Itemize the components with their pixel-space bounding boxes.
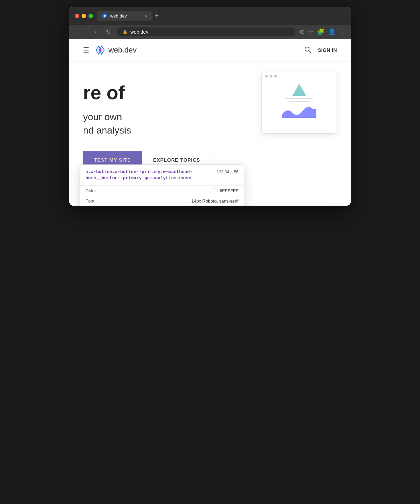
header-left: ☰ web.dev (83, 45, 137, 56)
tab-close-button[interactable]: × (144, 13, 147, 19)
hamburger-menu-button[interactable]: ☰ (83, 46, 89, 54)
page-content: ☰ web.dev SIGN IN (69, 39, 351, 206)
minimize-button[interactable] (82, 14, 86, 18)
inspector-dimensions: 133.34 × 56 (217, 169, 238, 174)
hero-area: re of your own nd analysis TEST MY SITE … (69, 61, 351, 206)
header-right: SIGN IN (304, 46, 337, 55)
color-label: Color (85, 188, 96, 193)
tab-bar: web.dev × + (97, 11, 345, 21)
site-logo[interactable]: web.dev (95, 45, 137, 56)
maximize-button[interactable] (89, 14, 93, 18)
webdev-logo-icon (95, 45, 106, 56)
tab-favicon-icon (102, 13, 107, 19)
zoom-button[interactable]: ⊕ (300, 28, 305, 36)
sign-in-button[interactable]: SIGN IN (318, 47, 337, 53)
hero-subheading: your own nd analysis (83, 110, 337, 137)
browser-actions: ⊕ ☆ 🧩 👤 ⋮ (300, 28, 345, 36)
inspector-header: a.w-button.w-button--primary.w-masthead-… (80, 165, 244, 186)
site-name: web.dev (108, 46, 137, 55)
color-value: #FFFFFF (213, 188, 238, 193)
close-button[interactable] (75, 14, 79, 18)
svg-line-6 (309, 51, 311, 53)
inspector-color-row: Color #FFFFFF (80, 186, 244, 196)
address-bar: ← → ↻ 🔒 web.dev ⊕ ☆ 🧩 👤 ⋮ (69, 25, 351, 39)
hero-heading: re of (83, 82, 337, 103)
site-header: ☰ web.dev SIGN IN (69, 39, 351, 61)
reload-button[interactable]: ↻ (104, 27, 113, 36)
tab-title: web.dev (110, 13, 127, 19)
inspector-popup: a.w-button.w-button--primary.w-masthead-… (80, 164, 244, 206)
font-label: Font (85, 198, 94, 204)
svg-point-5 (305, 47, 309, 51)
traffic-lights (75, 14, 93, 18)
url-input[interactable]: 🔒 web.dev (117, 27, 295, 36)
inspector-font-row: Font 14px Roboto, sans-serif (80, 196, 244, 206)
color-swatch-white (213, 188, 218, 193)
extensions-button[interactable]: 🧩 (317, 28, 325, 36)
font-value: 14px Roboto, sans-serif (191, 198, 238, 204)
bookmark-button[interactable]: ☆ (308, 28, 314, 36)
profile-button[interactable]: 👤 (328, 28, 336, 36)
search-button[interactable] (304, 46, 311, 55)
new-tab-button[interactable]: + (155, 12, 159, 20)
forward-button[interactable]: → (89, 28, 100, 36)
url-text: web.dev (130, 29, 148, 35)
lock-icon: 🔒 (122, 30, 128, 34)
back-button[interactable]: ← (75, 28, 85, 36)
inspector-selector: a.w-button.w-button--primary.w-masthead-… (85, 169, 202, 181)
inspector-body: Color #FFFFFF Font 14px Roboto, sans-ser… (80, 186, 244, 206)
menu-button[interactable]: ⋮ (339, 28, 345, 36)
browser-tab[interactable]: web.dev × (97, 11, 152, 21)
mockup-dots (262, 72, 337, 80)
title-bar: web.dev × + (69, 7, 351, 25)
browser-window: web.dev × + ← → ↻ 🔒 web.dev ⊕ ☆ 🧩 👤 ⋮ ☰ (69, 7, 351, 206)
